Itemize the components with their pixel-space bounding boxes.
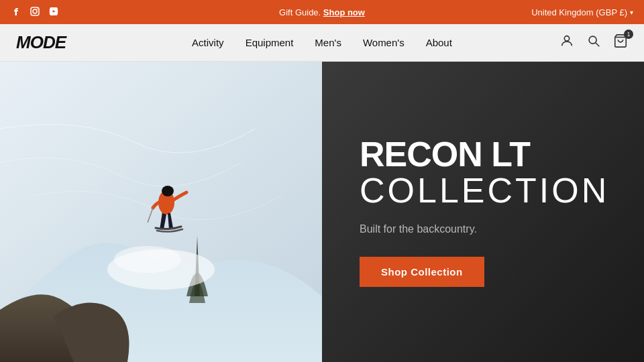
svg-point-4 [589, 36, 596, 44]
svg-point-3 [564, 36, 569, 41]
youtube-icon[interactable] [48, 6, 59, 19]
top-banner: Gift Guide. Shop now United Kingdom (GBP… [0, 0, 644, 24]
social-icons [11, 6, 59, 19]
banner-message: Gift Guide. Shop now [279, 7, 365, 17]
hero-description: Built for the backcountry. [360, 223, 609, 235]
hero-title-bold: RECON LT [360, 137, 609, 172]
nav-icons: 1 [559, 34, 628, 52]
nav-about[interactable]: About [426, 37, 452, 48]
account-icon[interactable] [559, 34, 574, 52]
hero-section: RECON LT COLLECTION Built for the backco… [0, 62, 644, 362]
shop-collection-button[interactable]: Shop Collection [360, 257, 484, 287]
hero-title-light: COLLECTION [360, 172, 609, 210]
svg-point-9 [114, 246, 181, 273]
svg-point-11 [162, 186, 174, 196]
region-selector[interactable]: United Kingdom (GBP £) ▾ [531, 7, 633, 17]
cart-icon[interactable]: 1 [613, 34, 628, 52]
hero-content: RECON LT COLLECTION Built for the backco… [322, 62, 644, 362]
shop-now-link[interactable]: Shop now [323, 7, 365, 17]
nav-mens[interactable]: Men's [315, 37, 341, 48]
svg-line-5 [596, 43, 600, 47]
hero-image [0, 62, 322, 362]
nav-links: Activity Equipment Men's Women's About [192, 37, 452, 48]
svg-rect-0 [31, 7, 39, 15]
instagram-icon[interactable] [30, 6, 40, 19]
cart-count: 1 [624, 29, 633, 39]
nav-womens[interactable]: Women's [363, 37, 405, 48]
svg-point-1 [33, 9, 37, 13]
nav-equipment[interactable]: Equipment [246, 37, 294, 48]
region-label: United Kingdom (GBP £) [531, 7, 627, 17]
site-logo[interactable]: MODE [16, 32, 66, 53]
facebook-icon[interactable] [11, 6, 21, 19]
navbar: MODE Activity Equipment Men's Women's Ab… [0, 24, 644, 62]
chevron-down-icon: ▾ [630, 9, 633, 16]
nav-activity[interactable]: Activity [192, 37, 224, 48]
search-icon[interactable] [586, 34, 601, 52]
svg-point-2 [37, 8, 38, 9]
gift-guide-text: Gift Guide. [279, 7, 321, 17]
